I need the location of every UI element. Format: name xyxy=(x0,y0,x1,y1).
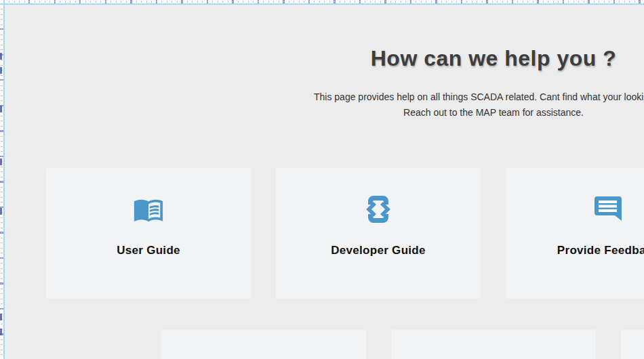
card-provide-feedback[interactable]: Provide Feedback xyxy=(506,168,644,299)
ruler-label-mark xyxy=(0,329,2,335)
page-subtitle-line1: This page provides help on all things SC… xyxy=(0,89,644,105)
help-card-row-bottom xyxy=(0,330,644,359)
ruler-label-mark xyxy=(0,159,2,165)
page-subtitle: This page provides help on all things SC… xyxy=(0,89,644,121)
card-label: Provide Feedback xyxy=(557,244,644,257)
page-subtitle-line2: Reach out to the MAP team for assistance… xyxy=(0,105,644,121)
canvas-guide-horizontal xyxy=(0,3,644,5)
card-label: User Guide xyxy=(117,244,180,257)
card-partial[interactable] xyxy=(621,330,644,359)
ruler-label-mark xyxy=(0,53,2,60)
ruler-label-mark xyxy=(0,67,2,74)
ruler-label-mark xyxy=(0,106,2,112)
card-developer-guide[interactable]: Developer Guide xyxy=(276,168,481,299)
help-page: How can we help you ? This page provides… xyxy=(0,0,644,359)
help-card-row-top: User Guide Developer Guide xyxy=(0,168,644,299)
canvas-guide-vertical xyxy=(3,0,5,359)
ruler-label-mark xyxy=(0,314,2,320)
card-user-guide[interactable]: User Guide xyxy=(46,168,251,299)
card-partial[interactable] xyxy=(391,330,596,359)
page-title: How can we help you ? xyxy=(0,0,644,69)
ruler-label-mark xyxy=(0,208,2,215)
card-label: Developer Guide xyxy=(331,244,426,257)
developer-mode-icon xyxy=(363,194,394,225)
open-book-icon xyxy=(133,194,164,225)
chat-bubble-icon xyxy=(593,194,623,225)
card-partial[interactable] xyxy=(161,330,366,359)
design-canvas: How can we help you ? This page provides… xyxy=(0,0,644,359)
ruler-corner xyxy=(0,0,3,3)
